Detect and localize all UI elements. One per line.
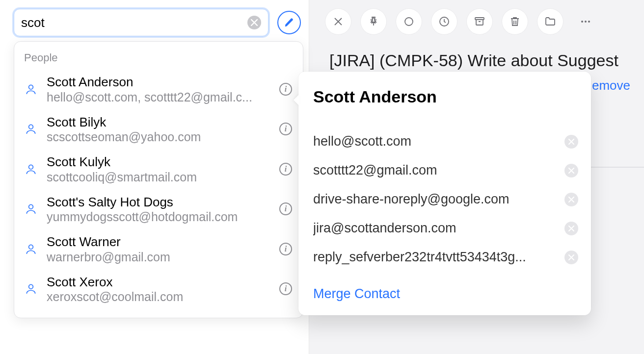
contact-email-row[interactable]: hello@scott.com bbox=[313, 127, 578, 156]
search-input[interactable] bbox=[21, 15, 247, 30]
info-button[interactable]: i bbox=[279, 243, 292, 255]
clock-icon bbox=[438, 16, 450, 27]
archive-icon bbox=[474, 16, 485, 27]
svg-point-3 bbox=[29, 205, 33, 209]
person-result[interactable]: Scott Xerox xeroxscot@coolmail.com i bbox=[14, 269, 303, 309]
contact-email: reply_sefverber232tr4tvtt53434t3g... bbox=[313, 250, 526, 265]
person-icon bbox=[24, 122, 38, 136]
close-icon bbox=[568, 197, 574, 202]
info-button[interactable]: i bbox=[279, 163, 292, 176]
contact-detail-popover: Scott Anderson hello@scott.com scotttt22… bbox=[298, 72, 591, 315]
close-icon bbox=[568, 226, 574, 231]
clear-search-button[interactable] bbox=[247, 16, 261, 29]
person-name: Scott Anderson bbox=[47, 74, 270, 90]
contact-email: drive-share-noreply@google.com bbox=[313, 192, 510, 207]
popover-caret-icon bbox=[294, 94, 299, 106]
circle-icon bbox=[403, 16, 415, 27]
remove-email-button[interactable] bbox=[564, 251, 578, 264]
trash-icon bbox=[509, 16, 521, 27]
pin-button[interactable] bbox=[361, 9, 386, 34]
search-suggestions-dropdown: People Scott Anderson hello@scott.com, s… bbox=[14, 41, 303, 318]
search-row bbox=[0, 0, 309, 40]
person-name: Scott Bilyk bbox=[47, 114, 270, 130]
person-text: Scott Bilyk scscottseoman@yahoo.com bbox=[47, 114, 270, 145]
person-text: Scott Anderson hello@scott.com, scotttt2… bbox=[47, 74, 270, 104]
compose-button[interactable] bbox=[277, 11, 301, 34]
subject-row: [JIRA] (CMPK-58) Write about Suggest bbox=[310, 43, 644, 70]
svg-point-6 bbox=[405, 18, 413, 25]
person-result[interactable]: Scott Anderson hello@scott.com, scotttt2… bbox=[14, 69, 303, 109]
contact-name: Scott Anderson bbox=[313, 87, 578, 106]
person-email: xeroxscot@coolmail.com bbox=[47, 290, 270, 304]
contact-email-row[interactable]: drive-share-noreply@google.com bbox=[313, 185, 578, 214]
person-result[interactable]: Scott Kulyk scottcooliq@smartmail.com i bbox=[14, 149, 303, 189]
remove-email-button[interactable] bbox=[564, 135, 578, 149]
section-label-people: People bbox=[14, 50, 303, 69]
message-subject: [JIRA] (CMPK-58) Write about Suggest bbox=[329, 51, 618, 70]
contact-email: jira@scottanderson.com bbox=[313, 221, 456, 236]
person-icon bbox=[24, 242, 38, 256]
person-email: yummydogsscott@hotdogmail.com bbox=[47, 210, 270, 224]
search-box[interactable] bbox=[14, 9, 268, 36]
info-button[interactable]: i bbox=[279, 282, 292, 295]
trash-button[interactable] bbox=[502, 9, 528, 34]
mark-unread-button[interactable] bbox=[396, 9, 422, 34]
message-toolbar bbox=[310, 0, 644, 43]
person-text: Scott Warner warnerbro@gmail.com bbox=[47, 234, 270, 264]
svg-rect-8 bbox=[475, 18, 484, 20]
move-folder-button[interactable] bbox=[537, 9, 563, 34]
pin-icon bbox=[368, 16, 379, 27]
info-button[interactable]: i bbox=[279, 83, 292, 96]
contact-email-row[interactable]: scotttt22@gmail.com bbox=[313, 156, 578, 185]
person-result[interactable]: Scott Warner warnerbro@gmail.com i bbox=[14, 229, 303, 269]
svg-point-10 bbox=[585, 21, 587, 23]
svg-point-4 bbox=[29, 245, 33, 249]
person-icon bbox=[24, 202, 38, 216]
contact-email: scotttt22@gmail.com bbox=[313, 163, 437, 178]
folder-icon bbox=[544, 16, 556, 27]
merge-contact-link[interactable]: Merge Contact bbox=[313, 286, 400, 302]
person-icon bbox=[24, 162, 38, 176]
person-result[interactable]: Scott Bilyk scscottseoman@yahoo.com i bbox=[14, 109, 303, 150]
svg-point-1 bbox=[29, 125, 33, 129]
remove-email-button[interactable] bbox=[564, 193, 578, 206]
svg-point-5 bbox=[29, 285, 33, 289]
more-actions-button[interactable] bbox=[573, 9, 598, 34]
close-icon bbox=[568, 254, 574, 260]
person-result[interactable]: Scott's Salty Hot Dogs yummydogsscott@ho… bbox=[14, 189, 303, 229]
person-icon bbox=[24, 82, 38, 96]
person-text: Scott Xerox xeroxscot@coolmail.com bbox=[47, 274, 270, 304]
svg-point-11 bbox=[588, 21, 590, 23]
person-name: Scott Warner bbox=[47, 234, 270, 250]
person-email: warnerbro@gmail.com bbox=[47, 250, 270, 264]
search-pane: People Scott Anderson hello@scott.com, s… bbox=[0, 0, 309, 354]
person-name: Scott Xerox bbox=[47, 274, 270, 290]
info-button[interactable]: i bbox=[279, 123, 292, 135]
archive-button[interactable] bbox=[467, 9, 492, 34]
info-button[interactable]: i bbox=[279, 202, 292, 215]
close-icon bbox=[568, 168, 574, 174]
close-icon bbox=[251, 19, 258, 26]
svg-point-0 bbox=[29, 85, 33, 89]
person-text: Scott's Salty Hot Dogs yummydogsscott@ho… bbox=[47, 194, 270, 225]
svg-point-9 bbox=[581, 21, 583, 23]
person-icon bbox=[24, 282, 38, 296]
contact-email-row[interactable]: jira@scottanderson.com bbox=[313, 214, 578, 243]
snooze-button[interactable] bbox=[431, 9, 457, 34]
remove-email-button[interactable] bbox=[564, 222, 578, 235]
pencil-icon bbox=[284, 17, 295, 28]
close-button[interactable] bbox=[325, 9, 351, 34]
person-name: Scott Kulyk bbox=[47, 154, 270, 170]
contact-email: hello@scott.com bbox=[313, 134, 411, 149]
person-name: Scott's Salty Hot Dogs bbox=[47, 194, 270, 210]
close-icon bbox=[568, 139, 574, 145]
ellipsis-icon bbox=[580, 16, 591, 27]
close-icon bbox=[332, 16, 344, 27]
remove-link[interactable]: emove bbox=[592, 78, 630, 93]
person-email: scottcooliq@smartmail.com bbox=[47, 170, 270, 184]
person-email: hello@scott.com, scotttt22@gmail.c... bbox=[47, 90, 270, 104]
remove-email-button[interactable] bbox=[564, 164, 578, 177]
person-text: Scott Kulyk scottcooliq@smartmail.com bbox=[47, 154, 270, 184]
person-email: scscottseoman@yahoo.com bbox=[47, 130, 270, 144]
contact-email-row[interactable]: reply_sefverber232tr4tvtt53434t3g... bbox=[313, 243, 578, 272]
